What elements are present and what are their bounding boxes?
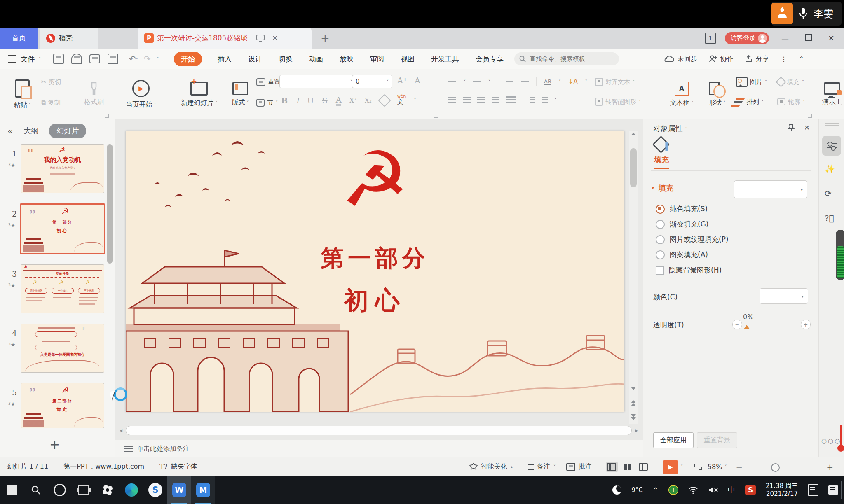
hidden-icons-chevron[interactable]: ⌃ bbox=[653, 486, 659, 494]
zoom-level[interactable]: 58% bbox=[708, 463, 722, 471]
font-launcher[interactable] bbox=[434, 114, 438, 118]
zoom-out-button[interactable]: − bbox=[736, 462, 743, 472]
minimize-button[interactable]: — bbox=[778, 34, 792, 42]
grow-font-button[interactable]: A⁺ bbox=[397, 76, 407, 85]
wps-app-button[interactable]: W bbox=[167, 476, 191, 504]
collaborate-button[interactable]: 协作 bbox=[709, 55, 734, 63]
guest-login-button[interactable]: 访客登录 bbox=[725, 32, 769, 44]
text-direction-button[interactable]: ↓A bbox=[568, 78, 578, 85]
sogou-tray-icon[interactable]: S bbox=[745, 485, 756, 495]
paste-button[interactable]: 粘贴˅ bbox=[7, 69, 37, 119]
align-text-button[interactable]: 对齐文本˅ bbox=[595, 76, 635, 88]
copy-button[interactable]: ⧉ 复制 bbox=[41, 96, 61, 109]
next-slide-button[interactable] bbox=[629, 413, 638, 421]
help-icon[interactable]: ?⃝ bbox=[825, 213, 834, 223]
sync-status[interactable]: 未同步 bbox=[664, 55, 697, 63]
file-menu[interactable]: 文件 ˅ bbox=[0, 54, 41, 64]
menu-item-review[interactable]: 审阅 bbox=[369, 54, 385, 64]
taskbar-search-button[interactable] bbox=[24, 476, 48, 504]
task-view-button[interactable] bbox=[72, 476, 96, 504]
outline-button[interactable]: 轮廓˅ bbox=[777, 96, 805, 108]
outline-tab[interactable]: 大纲 bbox=[23, 126, 38, 136]
menu-item-home[interactable]: 开始 bbox=[174, 52, 202, 66]
scroll-up-icon[interactable] bbox=[631, 133, 636, 135]
transparency-plus-button[interactable]: + bbox=[801, 320, 811, 329]
zoom-slider-knob[interactable] bbox=[771, 463, 780, 472]
export-icon[interactable] bbox=[71, 54, 82, 64]
radio-pattern-fill[interactable]: 图案填充(A) bbox=[656, 250, 708, 259]
color-dropdown[interactable]: ▾ bbox=[760, 288, 808, 304]
slide-2-thumbnail-selected[interactable]: ᥫᥫ ☭ 第一部分 初心 bbox=[20, 203, 105, 254]
monitor-icon[interactable] bbox=[256, 35, 265, 42]
tab-document[interactable]: P 第一次研讨-交运1805赵铭琰 ✕ bbox=[138, 28, 312, 49]
format-painter-button[interactable]: 格式刷 bbox=[78, 69, 110, 119]
more-tools-icon[interactable]: ˅ bbox=[157, 56, 159, 62]
missing-font-warning[interactable]: T? 缺失字体 bbox=[159, 462, 197, 471]
picture-button[interactable]: 图片˅ bbox=[736, 76, 767, 88]
distribute-icon[interactable] bbox=[506, 96, 516, 103]
slide-editing-area[interactable]: ☭ 第一部分 初心 bbox=[126, 131, 624, 412]
radio-solid-fill[interactable]: 纯色填充(S) bbox=[656, 204, 708, 214]
capture-app-button[interactable] bbox=[96, 476, 120, 504]
menu-item-devtools[interactable]: 开发工具 bbox=[430, 54, 460, 64]
font-name-combo[interactable]: ˅ bbox=[279, 75, 356, 88]
numbered-list-icon[interactable] bbox=[473, 79, 481, 84]
tab-close-icon[interactable]: ✕ bbox=[272, 34, 277, 42]
clipboard-launcher[interactable] bbox=[105, 114, 109, 118]
add-slide-button[interactable]: + bbox=[49, 437, 60, 452]
sogou-app-button[interactable]: S bbox=[143, 476, 167, 504]
menu-item-animation[interactable]: 动画 bbox=[308, 54, 324, 64]
menu-item-member[interactable]: 会员专享 bbox=[475, 54, 504, 64]
share-button[interactable]: 分享 bbox=[745, 55, 769, 63]
antivirus-tray-icon[interactable]: + bbox=[668, 485, 678, 495]
pinyin-button[interactable]: wén文 bbox=[397, 95, 406, 106]
command-search-box[interactable] bbox=[514, 52, 619, 65]
fit-slide-icon[interactable] bbox=[694, 464, 702, 470]
radio-picture-fill[interactable]: 图片或纹理填充(P) bbox=[656, 235, 729, 244]
pinyin-caret-icon[interactable]: ˅ bbox=[414, 98, 416, 103]
menu-item-design[interactable]: 设计 bbox=[247, 54, 263, 64]
wifi-icon[interactable] bbox=[688, 486, 698, 494]
action-center-icon[interactable] bbox=[828, 485, 838, 495]
pin-icon[interactable] bbox=[788, 124, 795, 132]
shape-button[interactable]: 形状˅ bbox=[701, 69, 733, 119]
text-box-button[interactable]: A 文本框˅ bbox=[665, 69, 698, 119]
close-button[interactable]: ✕ bbox=[824, 34, 838, 42]
hscroll-thumb[interactable] bbox=[126, 426, 632, 435]
print-icon[interactable] bbox=[89, 54, 100, 63]
show-desktop-strip[interactable] bbox=[841, 481, 842, 499]
reset-background-button[interactable]: 重置背景 bbox=[697, 432, 737, 448]
start-button[interactable] bbox=[0, 476, 24, 504]
new-slide-button[interactable]: 新建幻灯片˅ bbox=[175, 69, 223, 119]
transparency-slider[interactable] bbox=[745, 324, 797, 324]
smart-effects-icon[interactable]: ✨ bbox=[825, 164, 835, 174]
transparency-minus-button[interactable]: − bbox=[732, 320, 742, 329]
slide-1-thumbnail[interactable]: ᥫᥫ ☭ 我的入党动机 —— 为什么加入共产党？—— bbox=[21, 144, 104, 193]
tab-docer[interactable]: 稻壳 bbox=[40, 28, 98, 49]
fill-section-header[interactable]: 填充 bbox=[652, 183, 673, 193]
slide-5-thumbnail[interactable]: ᥫᥫ ☭ 第二部分 肯定 bbox=[21, 383, 104, 428]
normal-view-button[interactable] bbox=[606, 462, 618, 472]
transparency-knob[interactable] bbox=[744, 322, 750, 329]
notes-bar[interactable]: 单击此处添加备注 bbox=[115, 440, 652, 457]
play-options-caret[interactable]: ˅ bbox=[681, 464, 683, 469]
cut-button[interactable]: ✂ 剪切 bbox=[41, 76, 61, 88]
save-icon[interactable] bbox=[53, 54, 64, 64]
zoom-slider[interactable] bbox=[748, 467, 821, 467]
undo-icon[interactable]: ↶˅ bbox=[129, 54, 138, 64]
volume-muted-icon[interactable] bbox=[708, 486, 718, 494]
panel-close-icon[interactable]: ✕ bbox=[804, 124, 810, 132]
slide-sorter-view-button[interactable] bbox=[622, 462, 633, 472]
clear-format-icon[interactable] bbox=[378, 94, 391, 107]
line-spacing-icon[interactable] bbox=[530, 97, 535, 103]
bullet-list-icon[interactable] bbox=[448, 79, 456, 84]
present-tools-button[interactable]: 演示工 bbox=[820, 69, 844, 119]
slide-3-thumbnail[interactable]: ☭ 党的性质 ☭ ☭ ☭ 两个先锋队 一个核心 三个代表 bbox=[21, 264, 104, 313]
sidebar-scrollbar[interactable] bbox=[107, 144, 113, 264]
fill-button[interactable]: 填充˅ bbox=[777, 76, 804, 88]
align-center-icon[interactable] bbox=[463, 97, 471, 103]
ime-indicator[interactable]: 中 bbox=[728, 485, 735, 495]
justify-icon[interactable] bbox=[492, 97, 499, 103]
edge-browser-button[interactable] bbox=[120, 476, 143, 504]
restore-button[interactable] bbox=[801, 34, 815, 42]
